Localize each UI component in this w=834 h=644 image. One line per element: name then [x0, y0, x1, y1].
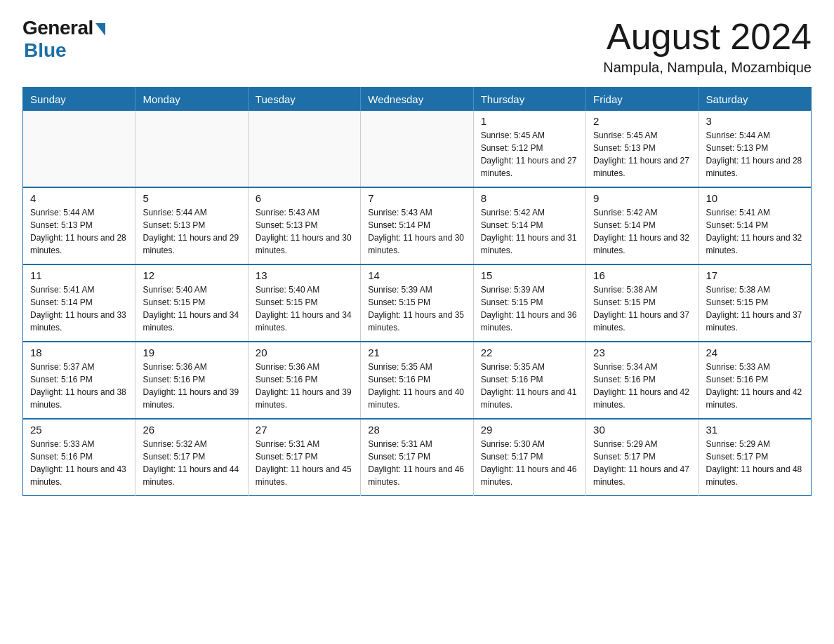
day-info: Sunrise: 5:45 AMSunset: 5:13 PMDaylight:…	[593, 129, 691, 180]
month-title: August 2024	[603, 17, 812, 57]
calendar-day-cell: 7Sunrise: 5:43 AMSunset: 5:14 PMDaylight…	[361, 187, 473, 264]
day-number: 18	[30, 347, 128, 358]
day-number: 7	[368, 192, 465, 204]
calendar-week-row: 25Sunrise: 5:33 AMSunset: 5:16 PMDayligh…	[23, 419, 812, 496]
calendar-day-cell: 18Sunrise: 5:37 AMSunset: 5:16 PMDayligh…	[23, 342, 135, 419]
day-info: Sunrise: 5:33 AMSunset: 5:16 PMDaylight:…	[30, 438, 128, 488]
calendar-day-cell: 17Sunrise: 5:38 AMSunset: 5:15 PMDayligh…	[699, 264, 811, 342]
calendar-day-cell: 2Sunrise: 5:45 AMSunset: 5:13 PMDaylight…	[586, 111, 699, 187]
calendar-week-row: 1Sunrise: 5:45 AMSunset: 5:12 PMDaylight…	[23, 111, 812, 187]
day-info: Sunrise: 5:31 AMSunset: 5:17 PMDaylight:…	[256, 438, 353, 488]
logo: General Blue	[22, 17, 105, 62]
day-info: Sunrise: 5:36 AMSunset: 5:16 PMDaylight:…	[143, 361, 240, 411]
calendar-day-cell: 30Sunrise: 5:29 AMSunset: 5:17 PMDayligh…	[586, 419, 699, 496]
calendar-day-cell: 3Sunrise: 5:44 AMSunset: 5:13 PMDaylight…	[699, 111, 811, 187]
day-number: 4	[30, 192, 128, 204]
calendar-day-cell: 26Sunrise: 5:32 AMSunset: 5:17 PMDayligh…	[135, 419, 248, 496]
day-number: 27	[256, 424, 353, 436]
day-number: 17	[706, 269, 804, 281]
day-info: Sunrise: 5:38 AMSunset: 5:15 PMDaylight:…	[593, 283, 691, 334]
calendar-day-cell: 6Sunrise: 5:43 AMSunset: 5:13 PMDaylight…	[248, 187, 360, 264]
day-info: Sunrise: 5:37 AMSunset: 5:16 PMDaylight:…	[30, 361, 128, 411]
day-info: Sunrise: 5:31 AMSunset: 5:17 PMDaylight:…	[368, 438, 465, 488]
day-number: 16	[593, 269, 691, 281]
calendar-day-cell	[23, 111, 135, 187]
day-info: Sunrise: 5:29 AMSunset: 5:17 PMDaylight:…	[706, 438, 804, 488]
calendar-day-cell: 8Sunrise: 5:42 AMSunset: 5:14 PMDaylight…	[473, 187, 585, 264]
day-number: 20	[256, 347, 353, 358]
page-header: General Blue August 2024 Nampula, Nampul…	[22, 17, 812, 76]
calendar-day-cell: 31Sunrise: 5:29 AMSunset: 5:17 PMDayligh…	[699, 419, 811, 496]
day-info: Sunrise: 5:44 AMSunset: 5:13 PMDaylight:…	[143, 206, 240, 257]
day-number: 30	[593, 424, 691, 436]
calendar-day-cell: 25Sunrise: 5:33 AMSunset: 5:16 PMDayligh…	[23, 419, 135, 496]
day-number: 3	[706, 115, 804, 127]
day-number: 8	[481, 192, 578, 204]
calendar-day-cell: 29Sunrise: 5:30 AMSunset: 5:17 PMDayligh…	[473, 419, 585, 496]
day-info: Sunrise: 5:41 AMSunset: 5:14 PMDaylight:…	[30, 283, 128, 334]
calendar-day-cell: 23Sunrise: 5:34 AMSunset: 5:16 PMDayligh…	[586, 342, 699, 419]
calendar-week-row: 18Sunrise: 5:37 AMSunset: 5:16 PMDayligh…	[23, 342, 812, 419]
day-number: 10	[706, 192, 804, 204]
day-number: 11	[30, 269, 128, 281]
day-info: Sunrise: 5:29 AMSunset: 5:17 PMDaylight:…	[593, 438, 691, 488]
day-number: 15	[481, 269, 578, 281]
calendar-day-cell: 19Sunrise: 5:36 AMSunset: 5:16 PMDayligh…	[135, 342, 248, 419]
day-info: Sunrise: 5:34 AMSunset: 5:16 PMDaylight:…	[593, 361, 691, 411]
day-number: 6	[256, 192, 353, 204]
day-info: Sunrise: 5:39 AMSunset: 5:15 PMDaylight:…	[368, 283, 465, 334]
day-number: 25	[30, 424, 128, 436]
day-number: 21	[368, 347, 465, 358]
calendar-table: SundayMondayTuesdayWednesdayThursdayFrid…	[22, 87, 812, 496]
calendar-day-cell: 21Sunrise: 5:35 AMSunset: 5:16 PMDayligh…	[361, 342, 473, 419]
day-info: Sunrise: 5:43 AMSunset: 5:14 PMDaylight:…	[368, 206, 465, 257]
day-number: 19	[143, 347, 240, 358]
day-number: 14	[368, 269, 465, 281]
day-info: Sunrise: 5:36 AMSunset: 5:16 PMDaylight:…	[256, 361, 353, 411]
logo-blue-text: Blue	[24, 39, 67, 62]
logo-general-text: General	[22, 17, 93, 39]
calendar-day-cell: 11Sunrise: 5:41 AMSunset: 5:14 PMDayligh…	[23, 264, 135, 342]
location-text: Nampula, Nampula, Mozambique	[603, 60, 812, 76]
calendar-day-cell: 9Sunrise: 5:42 AMSunset: 5:14 PMDaylight…	[586, 187, 699, 264]
calendar-day-cell: 22Sunrise: 5:35 AMSunset: 5:16 PMDayligh…	[473, 342, 585, 419]
day-info: Sunrise: 5:30 AMSunset: 5:17 PMDaylight:…	[481, 438, 578, 488]
calendar-day-cell: 16Sunrise: 5:38 AMSunset: 5:15 PMDayligh…	[586, 264, 699, 342]
day-number: 24	[706, 347, 804, 358]
calendar-header-row: SundayMondayTuesdayWednesdayThursdayFrid…	[23, 88, 812, 112]
day-info: Sunrise: 5:42 AMSunset: 5:14 PMDaylight:…	[481, 206, 578, 257]
weekday-header-tuesday: Tuesday	[248, 88, 360, 112]
day-info: Sunrise: 5:33 AMSunset: 5:16 PMDaylight:…	[706, 361, 804, 411]
day-info: Sunrise: 5:32 AMSunset: 5:17 PMDaylight:…	[143, 438, 240, 488]
day-info: Sunrise: 5:44 AMSunset: 5:13 PMDaylight:…	[706, 129, 804, 180]
calendar-day-cell	[248, 111, 360, 187]
day-info: Sunrise: 5:39 AMSunset: 5:15 PMDaylight:…	[481, 283, 578, 334]
day-number: 1	[481, 115, 578, 127]
day-info: Sunrise: 5:35 AMSunset: 5:16 PMDaylight:…	[368, 361, 465, 411]
weekday-header-sunday: Sunday	[23, 88, 135, 112]
calendar-day-cell: 15Sunrise: 5:39 AMSunset: 5:15 PMDayligh…	[473, 264, 585, 342]
day-info: Sunrise: 5:41 AMSunset: 5:14 PMDaylight:…	[706, 206, 804, 257]
day-number: 2	[593, 115, 691, 127]
calendar-week-row: 11Sunrise: 5:41 AMSunset: 5:14 PMDayligh…	[23, 264, 812, 342]
calendar-day-cell: 24Sunrise: 5:33 AMSunset: 5:16 PMDayligh…	[699, 342, 811, 419]
weekday-header-thursday: Thursday	[473, 88, 585, 112]
day-info: Sunrise: 5:35 AMSunset: 5:16 PMDaylight:…	[481, 361, 578, 411]
day-info: Sunrise: 5:42 AMSunset: 5:14 PMDaylight:…	[593, 206, 691, 257]
calendar-day-cell: 14Sunrise: 5:39 AMSunset: 5:15 PMDayligh…	[361, 264, 473, 342]
calendar-day-cell: 27Sunrise: 5:31 AMSunset: 5:17 PMDayligh…	[248, 419, 360, 496]
day-info: Sunrise: 5:44 AMSunset: 5:13 PMDaylight:…	[30, 206, 128, 257]
calendar-day-cell: 1Sunrise: 5:45 AMSunset: 5:12 PMDaylight…	[473, 111, 585, 187]
calendar-day-cell: 28Sunrise: 5:31 AMSunset: 5:17 PMDayligh…	[361, 419, 473, 496]
day-info: Sunrise: 5:43 AMSunset: 5:13 PMDaylight:…	[256, 206, 353, 257]
day-number: 28	[368, 424, 465, 436]
calendar-week-row: 4Sunrise: 5:44 AMSunset: 5:13 PMDaylight…	[23, 187, 812, 264]
weekday-header-saturday: Saturday	[699, 88, 811, 112]
day-info: Sunrise: 5:45 AMSunset: 5:12 PMDaylight:…	[481, 129, 578, 180]
day-number: 13	[256, 269, 353, 281]
calendar-day-cell	[135, 111, 248, 187]
day-number: 12	[143, 269, 240, 281]
calendar-day-cell: 20Sunrise: 5:36 AMSunset: 5:16 PMDayligh…	[248, 342, 360, 419]
calendar-day-cell: 12Sunrise: 5:40 AMSunset: 5:15 PMDayligh…	[135, 264, 248, 342]
calendar-day-cell: 5Sunrise: 5:44 AMSunset: 5:13 PMDaylight…	[135, 187, 248, 264]
